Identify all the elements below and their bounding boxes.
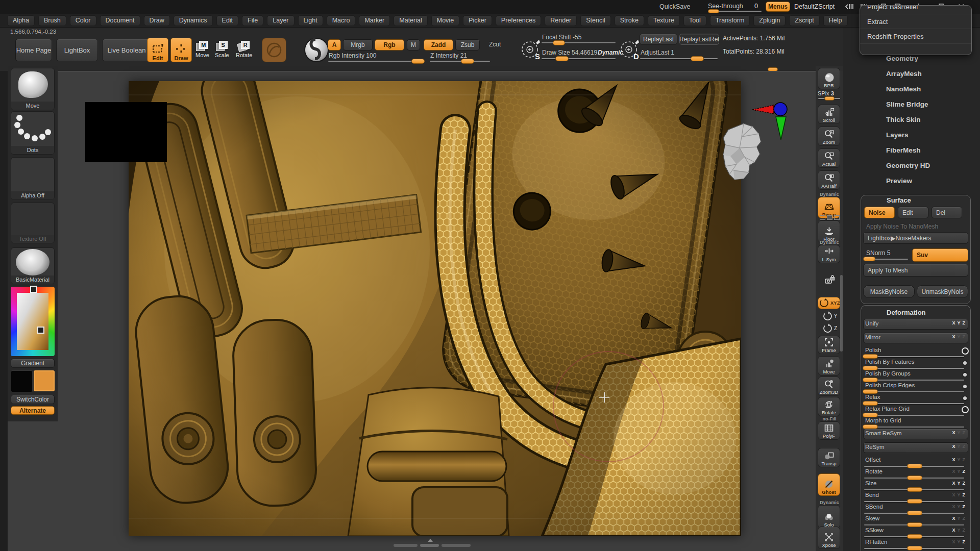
menu-zplugin[interactable]: Zplugin — [753, 15, 786, 26]
menu-edit[interactable]: Edit — [216, 15, 239, 26]
scale-gyro-button[interactable]: S Scale — [215, 41, 229, 58]
tray-slot-move[interactable]: Move — [11, 68, 55, 110]
radio-toggle-icon[interactable] — [962, 347, 969, 355]
mrgb-toggle[interactable]: Mrgb — [343, 39, 373, 51]
snorm-slider-handle[interactable] — [863, 257, 875, 261]
switch-color-button[interactable]: SwitchColor — [11, 395, 55, 404]
sv-marker[interactable] — [37, 327, 44, 334]
deform-sbend[interactable]: SBendXYZ — [861, 503, 971, 515]
current-stroke-button[interactable] — [304, 38, 329, 62]
adjust-last-slider[interactable] — [640, 58, 718, 59]
rightshelf-bpr[interactable]: BPR — [818, 68, 841, 89]
menu-alpha[interactable]: Alpha — [7, 15, 35, 26]
alternate-button[interactable]: Alternate — [11, 406, 55, 415]
menu-marker[interactable]: Marker — [359, 15, 390, 26]
menu-transform[interactable]: Transform — [710, 15, 750, 26]
deform-relax[interactable]: Relax — [861, 393, 971, 405]
rightshelf-move[interactable]: Move — [818, 356, 841, 375]
popup-project-basrelief[interactable]: Project BasRelief — [860, 5, 971, 14]
menu-stencil[interactable]: Stencil — [580, 15, 611, 26]
deform-sskew[interactable]: SSkewXYZ — [861, 527, 971, 538]
current-brush-button[interactable] — [262, 38, 286, 62]
deform-bend[interactable]: BendXYZ — [861, 491, 971, 503]
divider-arrows-left-button[interactable] — [842, 2, 855, 11]
draw-size-slider[interactable] — [542, 58, 616, 59]
noise-del-button[interactable]: Del — [932, 207, 962, 218]
menu-texture[interactable]: Texture — [648, 15, 680, 26]
subpalette-arraymesh[interactable]: ArrayMesh — [886, 70, 922, 78]
rgb-intensity-slider[interactable] — [328, 61, 425, 62]
main-color-swatch[interactable] — [11, 370, 33, 392]
menu-dynamics[interactable]: Dynamics — [174, 15, 213, 26]
lightbox-button[interactable]: LightBox — [56, 39, 98, 61]
mask-by-noise-button[interactable]: MaskByNoise — [863, 285, 915, 298]
rightshelf-spix[interactable]: SPix 3 — [818, 91, 841, 101]
rightshelf-xyz[interactable]: XYZ — [818, 297, 841, 309]
rightshelf-polyf[interactable]: no-FillPolyF — [818, 416, 841, 440]
zsub-toggle[interactable]: Zsub — [455, 39, 480, 51]
z-intensity-slider[interactable] — [430, 61, 490, 62]
color-picker[interactable] — [11, 287, 55, 356]
deformation-header[interactable]: Deformation — [887, 309, 926, 316]
suv-button[interactable]: Suv — [912, 248, 968, 262]
rightshelf-zoom[interactable]: Zoom — [818, 127, 841, 146]
hue-marker[interactable] — [30, 286, 37, 293]
panel-scrollbar[interactable] — [840, 71, 843, 551]
anchor-toggle[interactable]: A — [328, 39, 341, 51]
draw-size-handle[interactable] — [555, 56, 569, 61]
m-toggle[interactable]: M — [407, 39, 420, 51]
replay-last-rel-button[interactable]: ReplayLastRel — [679, 34, 719, 45]
rightshelf-actual[interactable]: Actual — [818, 148, 841, 168]
menu-material[interactable]: Material — [394, 15, 427, 26]
rightshelf-solo[interactable]: DynamicSolo — [818, 500, 841, 529]
menus-button[interactable]: Menus — [766, 2, 790, 12]
menu-picker[interactable]: Picker — [463, 15, 492, 26]
zcut-toggle[interactable]: Zcut — [489, 41, 501, 48]
live-boolean-button[interactable]: Live Boolean — [102, 39, 151, 61]
deform-polish-by-features[interactable]: Polish By Features — [861, 358, 971, 370]
dot-toggle-icon[interactable] — [963, 361, 967, 365]
edit-mode-button[interactable]: Edit — [147, 38, 168, 62]
rightshelf-rotate[interactable]: Rotate — [818, 397, 841, 416]
rightshelf-ghost[interactable]: Ghost — [818, 473, 841, 496]
noise-button[interactable]: Noise — [864, 207, 895, 218]
deform-rflatten[interactable]: RFlattenXYZ — [861, 538, 971, 550]
deform-size[interactable]: SizeXYZ — [861, 480, 971, 491]
subpalette-thick-skin[interactable]: Thick Skin — [886, 116, 921, 123]
subpalette-geometry[interactable]: Geometry — [886, 55, 918, 62]
deform-offset[interactable]: OffsetXYZ — [861, 456, 971, 468]
menu-movie[interactable]: Movie — [431, 15, 459, 26]
adjust-last-handle[interactable] — [691, 56, 704, 61]
popup-redshift-properties[interactable]: Redshift Properties — [860, 29, 971, 44]
subpalette-preview[interactable]: Preview — [886, 177, 912, 185]
deform-rotate[interactable]: RotateXYZ — [861, 468, 971, 480]
popup-extract[interactable]: Extract — [860, 14, 971, 29]
doc-scroll-segment-2[interactable] — [420, 544, 439, 547]
see-through-slider-handle[interactable] — [708, 9, 719, 13]
subpalette-fibermesh[interactable]: FiberMesh — [886, 146, 921, 154]
menu-preferences[interactable]: Preferences — [496, 15, 541, 26]
replay-last-button[interactable]: ReplayLast — [640, 34, 677, 45]
move-gyro-button[interactable]: M Move — [195, 41, 209, 58]
menu-brush[interactable]: Brush — [38, 15, 66, 26]
rightshelf-l-sym[interactable]: DynamicL.Sym — [818, 240, 841, 263]
rightshelf-frame[interactable]: Frame — [818, 336, 841, 354]
subpalette-layers[interactable]: Layers — [886, 131, 909, 139]
rightshelf-item[interactable] — [818, 274, 841, 285]
rightshelf-z[interactable]: Z — [818, 323, 841, 334]
deform-unify[interactable]: UnifyXYZ — [861, 319, 971, 330]
unmask-by-noise-button[interactable]: UnmaskByNois — [917, 285, 968, 298]
subpalette-geometry-hd[interactable]: Geometry HD — [886, 162, 930, 169]
menu-stroke[interactable]: Stroke — [615, 15, 644, 26]
deform-polish[interactable]: Polish — [861, 346, 971, 358]
menu-render[interactable]: Render — [545, 15, 577, 26]
subpalette-nanomesh[interactable]: NanoMesh — [886, 85, 921, 93]
tray-slot-texture-off[interactable]: Texture Off — [11, 203, 55, 243]
rightshelf-scroll[interactable]: Scroll — [818, 105, 841, 124]
deform-resym[interactable]: ReSymXYZ — [861, 442, 971, 454]
doc-scroll-segment-1[interactable] — [394, 544, 418, 547]
radio-toggle-icon[interactable] — [962, 406, 969, 413]
menu-zscript[interactable]: Zscript — [789, 15, 820, 26]
lightbox-noisemakers-button[interactable]: Lightbox▶NoiseMakers — [863, 232, 968, 244]
dot-toggle-icon[interactable] — [963, 385, 967, 388]
